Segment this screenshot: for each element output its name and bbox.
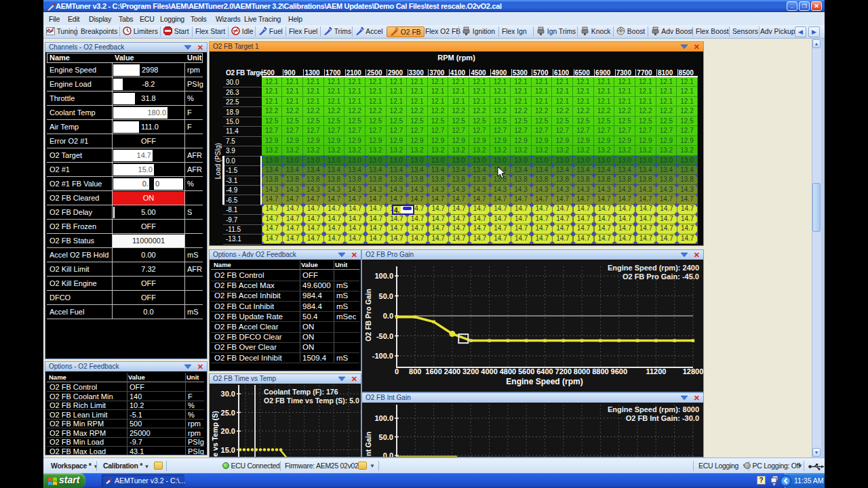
- svg-text:25.0: 25.0: [221, 409, 235, 417]
- svg-text:7200: 7200: [555, 367, 572, 375]
- svg-text:Engine Speed (rpm): 2400: Engine Speed (rpm): 2400: [608, 264, 699, 272]
- svg-text:8000: 8000: [574, 367, 590, 375]
- svg-text:11200: 11200: [646, 367, 666, 375]
- svg-text:O2 FB Pro Gain: O2 FB Pro Gain: [364, 289, 372, 342]
- svg-text:nt Gain: nt Gain: [364, 432, 372, 456]
- svg-text:3200: 3200: [462, 367, 479, 375]
- svg-text:9600: 9600: [611, 367, 627, 375]
- svg-text:8800: 8800: [592, 367, 608, 375]
- svg-text:800: 800: [409, 367, 421, 375]
- svg-text:4000: 4000: [481, 367, 497, 375]
- svg-text:O2 FB Int Gain: -30.0: O2 FB Int Gain: -30.0: [626, 414, 699, 422]
- svg-text:4800: 4800: [500, 367, 516, 375]
- svg-text:0.0: 0.0: [383, 312, 393, 320]
- svg-text:O2 FB Time vs Temp (S): 5.0: O2 FB Time vs Temp (S): 5.0: [264, 396, 359, 405]
- svg-text:50.0: 50.0: [379, 433, 393, 441]
- svg-text:Engine Speed (rpm): Engine Speed (rpm): [506, 377, 583, 386]
- svg-text:20.0: 20.0: [221, 427, 235, 435]
- svg-text:0: 0: [395, 367, 399, 375]
- svg-text:Engine Speed (rpm): 8000: Engine Speed (rpm): 8000: [608, 405, 699, 413]
- svg-text:1600: 1600: [425, 367, 441, 375]
- svg-text:-100.0: -100.0: [372, 352, 393, 360]
- svg-text:O2 FB Pro Gain: -45.0: O2 FB Pro Gain: -45.0: [623, 272, 699, 281]
- svg-text:50.0: 50.0: [379, 292, 393, 300]
- svg-text:12800: 12800: [683, 367, 703, 375]
- svg-text:30.0: 30.0: [221, 390, 235, 398]
- svg-text:6400: 6400: [536, 367, 553, 375]
- svg-text:100.0: 100.0: [374, 272, 393, 280]
- svg-text:100.0: 100.0: [374, 414, 393, 422]
- svg-text:Coolant Temp (F): 176: Coolant Temp (F): 176: [264, 388, 338, 396]
- svg-text:2400: 2400: [444, 367, 460, 375]
- svg-text:O2 FB Time vs Temp (S): O2 FB Time vs Temp (S): [211, 411, 219, 458]
- svg-text:5600: 5600: [518, 367, 534, 375]
- svg-text:15.0: 15.0: [221, 446, 235, 454]
- svg-text:0.0: 0.0: [383, 451, 393, 458]
- svg-text:-50.0: -50.0: [376, 332, 393, 340]
